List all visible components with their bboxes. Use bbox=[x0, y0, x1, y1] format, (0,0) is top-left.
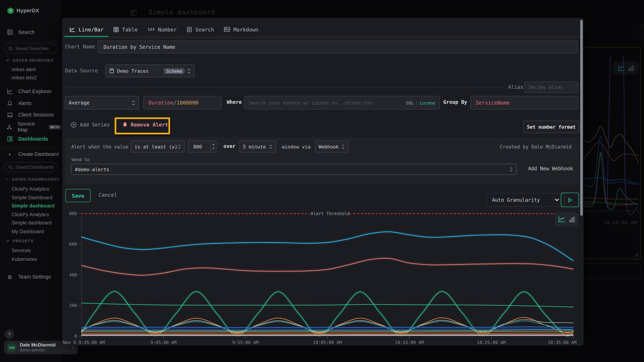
plus-circle-icon bbox=[71, 122, 76, 128]
bar-chart-icon bbox=[569, 216, 574, 222]
chevron-down-icon bbox=[6, 59, 10, 61]
alias-input[interactable]: Series alias bbox=[524, 81, 578, 93]
line-icon bbox=[70, 27, 75, 32]
send-to-select[interactable]: #demo-alerts bbox=[71, 164, 516, 175]
plus-icon: + bbox=[6, 151, 13, 158]
sidebar-item-alerts[interactable]: Alerts bbox=[0, 97, 61, 109]
updown-icon bbox=[269, 144, 272, 149]
sidebar-item-dashboards[interactable]: Dashboards bbox=[0, 133, 61, 145]
granularity-select[interactable]: Auto Granularity bbox=[487, 193, 564, 206]
saved-search-item[interactable]: mikes alert bbox=[0, 65, 61, 74]
modal-tabs: Line/BarTable123NumberSearchMarkdown bbox=[64, 23, 263, 35]
data-source-label: Data Source bbox=[65, 68, 98, 73]
data-source-select[interactable]: Demo Traces Schema bbox=[106, 64, 194, 77]
tab-table[interactable]: Table bbox=[108, 23, 143, 35]
saved-dashboards-header[interactable]: SAVED DASHBOARDS bbox=[6, 177, 60, 181]
alert-window-select[interactable]: 5 minute bbox=[239, 141, 276, 153]
sidebar: ⚡ HyperDX Search Saved Searches SAVED SE… bbox=[0, 0, 61, 362]
search-doc-icon bbox=[6, 29, 13, 35]
preview-chart: 0200400600800Nov 6 9:35:00 AM9:45:00 AM9… bbox=[62, 209, 580, 346]
run-query-button[interactable] bbox=[561, 193, 579, 207]
tab-number[interactable]: 123Number bbox=[143, 23, 182, 35]
highlight-box bbox=[115, 117, 170, 134]
saved-searches-header[interactable]: SAVED SEARCHES bbox=[6, 58, 60, 62]
tab-line-bar[interactable]: Line/Bar bbox=[64, 23, 108, 35]
save-button[interactable]: Save bbox=[66, 189, 91, 202]
saved-dashboard-item[interactable]: Simple dashboard bbox=[0, 219, 61, 227]
laptop-icon bbox=[6, 113, 13, 118]
svg-text:Nov 6 9:35:00 AM: Nov 6 9:35:00 AM bbox=[63, 340, 105, 345]
svg-text:400: 400 bbox=[69, 272, 77, 277]
aggregation-select[interactable]: Average bbox=[65, 96, 139, 110]
md-icon bbox=[224, 27, 230, 32]
chart-name-label: Chart Name bbox=[65, 44, 95, 49]
grid-icon bbox=[6, 136, 13, 142]
sidebar-item-service-map[interactable]: Service MapBETA bbox=[0, 121, 61, 133]
modal-scrollbar[interactable] bbox=[580, 20, 583, 216]
created-by-label: Created by Dale McDiarmid bbox=[500, 144, 572, 150]
updown-icon bbox=[510, 167, 513, 172]
chart-name-input[interactable]: Duration by Service Name bbox=[98, 40, 578, 53]
set-number-format-button[interactable]: Set number format bbox=[523, 121, 580, 133]
alert-prefix-label: Alert when the value bbox=[71, 144, 128, 150]
preset-item[interactable]: Kubernetes bbox=[0, 255, 61, 264]
create-dashboard-button[interactable]: + Create Dashboard bbox=[0, 149, 61, 159]
tab-search[interactable]: Search bbox=[182, 23, 219, 35]
saved-dashboard-item[interactable]: ClickPy Analytics bbox=[0, 185, 61, 193]
presets-header[interactable]: PRESETS bbox=[6, 238, 60, 243]
where-search-input[interactable]: Search your events w/ Lucene ex. column:… bbox=[244, 96, 440, 110]
saved-searches-input[interactable]: Saved Searches bbox=[4, 43, 57, 53]
alert-channel-select[interactable]: Webhook bbox=[315, 141, 348, 153]
group-by-input[interactable]: ServiceName bbox=[470, 96, 578, 110]
chart-type-toggle[interactable] bbox=[554, 212, 578, 226]
field-expression-input[interactable]: Duration/1000000 bbox=[143, 96, 222, 110]
stepper-icon[interactable]: ▲▼ bbox=[210, 141, 216, 152]
magnifier-icon bbox=[8, 165, 13, 169]
saved-dashboard-item[interactable]: Simple Dashboard bbox=[0, 193, 61, 202]
updown-icon bbox=[132, 100, 136, 106]
saved-search-item[interactable]: mikes tets2 bbox=[0, 74, 61, 82]
chart-edit-modal: Line/BarTable123NumberSearchMarkdown Cha… bbox=[62, 18, 584, 346]
cancel-button[interactable]: Cancel bbox=[98, 192, 117, 198]
group-by-label: Group By bbox=[443, 99, 467, 105]
svg-text:10:15:00 AM: 10:15:00 AM bbox=[395, 340, 424, 345]
sql-lucene-toggle[interactable]: SQL|Lucene bbox=[406, 100, 436, 105]
sidebar-item-chart-explorer[interactable]: Chart Explorer bbox=[0, 86, 61, 97]
saved-dashboard-item[interactable]: Simple dashboard bbox=[0, 202, 61, 210]
bell-icon bbox=[6, 100, 13, 106]
svg-text:200: 200 bbox=[69, 303, 77, 308]
over-label: over bbox=[224, 144, 236, 149]
svg-text:0: 0 bbox=[74, 333, 77, 339]
window-via-label: window via bbox=[282, 144, 310, 150]
sidebar-item-search[interactable]: Search bbox=[0, 26, 61, 38]
svg-text:10:25:00 AM: 10:25:00 AM bbox=[477, 340, 506, 345]
add-series-button[interactable]: Add Series bbox=[71, 122, 110, 128]
sidebar-item-client-sessions[interactable]: Client Sessions bbox=[0, 109, 61, 121]
app-root: Simple dashboard 0 Tags ⋮ 10:35:00 AM ⚡ … bbox=[0, 0, 644, 362]
play-icon bbox=[568, 197, 572, 202]
saved-dashboards-input[interactable]: Saved Dashboards bbox=[4, 162, 57, 172]
preset-item[interactable]: Services bbox=[0, 246, 61, 255]
user-org: demo-service - bbox=[20, 348, 56, 353]
alert-condition-select[interactable]: is at least (≥) bbox=[131, 141, 184, 153]
chart-icon bbox=[6, 89, 13, 94]
svg-text:10:35:00 AM: 10:35:00 AM bbox=[548, 340, 576, 345]
help-button[interactable]: ? bbox=[4, 330, 14, 339]
nodes-icon bbox=[6, 124, 12, 130]
hyperdx-logo-icon: ⚡ bbox=[8, 7, 14, 14]
tab-markdown[interactable]: Markdown bbox=[219, 23, 263, 35]
schema-badge: Schema bbox=[164, 68, 184, 74]
alert-config-panel: Alert when the value is at least (≥) 800… bbox=[65, 137, 578, 184]
sidebar-item-team-settings[interactable]: ⚙ Team Settings bbox=[0, 271, 61, 283]
saved-dashboard-item[interactable]: ClickPy Analytics bbox=[0, 210, 61, 218]
doc-icon bbox=[186, 27, 192, 32]
gear-icon: ⚙ bbox=[6, 274, 13, 280]
num123-icon: 123 bbox=[148, 27, 155, 31]
brand-logo[interactable]: ⚡ HyperDX bbox=[8, 7, 39, 14]
alert-threshold-input[interactable]: 800 ▲▼ bbox=[188, 141, 216, 153]
saved-dashboard-item[interactable]: My Dashboard bbox=[0, 227, 61, 235]
svg-text:Alert Threshold: Alert Threshold bbox=[311, 211, 350, 216]
where-label: Where bbox=[227, 99, 242, 105]
add-new-webhook-link[interactable]: Add New Webhook bbox=[528, 166, 573, 172]
send-to-label: Send to bbox=[71, 157, 90, 162]
